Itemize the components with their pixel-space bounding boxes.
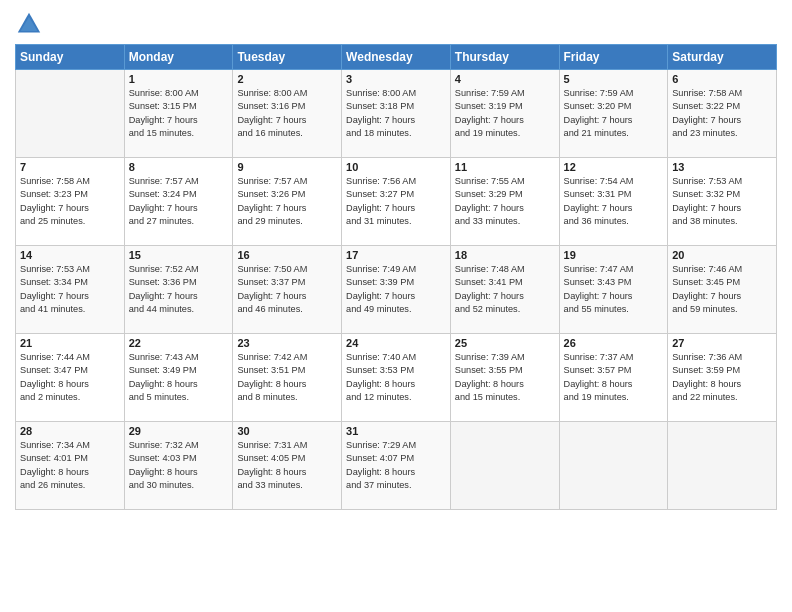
day-info: Sunrise: 7:53 AM Sunset: 3:32 PM Dayligh…	[672, 175, 772, 228]
day-info: Sunrise: 7:59 AM Sunset: 3:20 PM Dayligh…	[564, 87, 664, 140]
calendar-header-tuesday: Tuesday	[233, 45, 342, 70]
day-number: 12	[564, 161, 664, 173]
day-number: 4	[455, 73, 555, 85]
day-info: Sunrise: 7:57 AM Sunset: 3:26 PM Dayligh…	[237, 175, 337, 228]
calendar-cell: 28Sunrise: 7:34 AM Sunset: 4:01 PM Dayli…	[16, 422, 125, 510]
day-number: 13	[672, 161, 772, 173]
day-number: 30	[237, 425, 337, 437]
calendar-cell: 9Sunrise: 7:57 AM Sunset: 3:26 PM Daylig…	[233, 158, 342, 246]
day-number: 28	[20, 425, 120, 437]
day-number: 8	[129, 161, 229, 173]
calendar-cell: 15Sunrise: 7:52 AM Sunset: 3:36 PM Dayli…	[124, 246, 233, 334]
day-info: Sunrise: 7:55 AM Sunset: 3:29 PM Dayligh…	[455, 175, 555, 228]
day-number: 15	[129, 249, 229, 261]
calendar-cell: 10Sunrise: 7:56 AM Sunset: 3:27 PM Dayli…	[342, 158, 451, 246]
logo-icon	[15, 10, 43, 38]
day-number: 6	[672, 73, 772, 85]
calendar-cell: 19Sunrise: 7:47 AM Sunset: 3:43 PM Dayli…	[559, 246, 668, 334]
calendar-header-wednesday: Wednesday	[342, 45, 451, 70]
calendar-cell: 16Sunrise: 7:50 AM Sunset: 3:37 PM Dayli…	[233, 246, 342, 334]
calendar-cell: 31Sunrise: 7:29 AM Sunset: 4:07 PM Dayli…	[342, 422, 451, 510]
calendar-header-row: SundayMondayTuesdayWednesdayThursdayFrid…	[16, 45, 777, 70]
logo	[15, 10, 47, 38]
day-info: Sunrise: 7:48 AM Sunset: 3:41 PM Dayligh…	[455, 263, 555, 316]
calendar-week-1: 1Sunrise: 8:00 AM Sunset: 3:15 PM Daylig…	[16, 70, 777, 158]
day-number: 10	[346, 161, 446, 173]
calendar-header-saturday: Saturday	[668, 45, 777, 70]
day-number: 18	[455, 249, 555, 261]
calendar-cell: 5Sunrise: 7:59 AM Sunset: 3:20 PM Daylig…	[559, 70, 668, 158]
day-info: Sunrise: 7:49 AM Sunset: 3:39 PM Dayligh…	[346, 263, 446, 316]
calendar-cell: 11Sunrise: 7:55 AM Sunset: 3:29 PM Dayli…	[450, 158, 559, 246]
calendar-cell: 14Sunrise: 7:53 AM Sunset: 3:34 PM Dayli…	[16, 246, 125, 334]
calendar-cell: 22Sunrise: 7:43 AM Sunset: 3:49 PM Dayli…	[124, 334, 233, 422]
day-info: Sunrise: 7:39 AM Sunset: 3:55 PM Dayligh…	[455, 351, 555, 404]
day-info: Sunrise: 7:32 AM Sunset: 4:03 PM Dayligh…	[129, 439, 229, 492]
calendar-header-thursday: Thursday	[450, 45, 559, 70]
day-number: 3	[346, 73, 446, 85]
calendar-cell: 1Sunrise: 8:00 AM Sunset: 3:15 PM Daylig…	[124, 70, 233, 158]
calendar-week-3: 14Sunrise: 7:53 AM Sunset: 3:34 PM Dayli…	[16, 246, 777, 334]
calendar-header-monday: Monday	[124, 45, 233, 70]
day-info: Sunrise: 7:43 AM Sunset: 3:49 PM Dayligh…	[129, 351, 229, 404]
day-number: 1	[129, 73, 229, 85]
calendar-cell: 7Sunrise: 7:58 AM Sunset: 3:23 PM Daylig…	[16, 158, 125, 246]
calendar-week-2: 7Sunrise: 7:58 AM Sunset: 3:23 PM Daylig…	[16, 158, 777, 246]
calendar-cell: 3Sunrise: 8:00 AM Sunset: 3:18 PM Daylig…	[342, 70, 451, 158]
day-info: Sunrise: 7:52 AM Sunset: 3:36 PM Dayligh…	[129, 263, 229, 316]
calendar-cell	[16, 70, 125, 158]
day-number: 27	[672, 337, 772, 349]
calendar-cell: 23Sunrise: 7:42 AM Sunset: 3:51 PM Dayli…	[233, 334, 342, 422]
day-number: 24	[346, 337, 446, 349]
day-info: Sunrise: 7:46 AM Sunset: 3:45 PM Dayligh…	[672, 263, 772, 316]
day-info: Sunrise: 8:00 AM Sunset: 3:15 PM Dayligh…	[129, 87, 229, 140]
day-number: 20	[672, 249, 772, 261]
day-number: 7	[20, 161, 120, 173]
calendar-cell: 13Sunrise: 7:53 AM Sunset: 3:32 PM Dayli…	[668, 158, 777, 246]
day-info: Sunrise: 7:56 AM Sunset: 3:27 PM Dayligh…	[346, 175, 446, 228]
day-info: Sunrise: 7:29 AM Sunset: 4:07 PM Dayligh…	[346, 439, 446, 492]
day-number: 31	[346, 425, 446, 437]
calendar-header-friday: Friday	[559, 45, 668, 70]
day-info: Sunrise: 7:58 AM Sunset: 3:22 PM Dayligh…	[672, 87, 772, 140]
calendar-cell: 17Sunrise: 7:49 AM Sunset: 3:39 PM Dayli…	[342, 246, 451, 334]
calendar-cell: 18Sunrise: 7:48 AM Sunset: 3:41 PM Dayli…	[450, 246, 559, 334]
day-info: Sunrise: 7:57 AM Sunset: 3:24 PM Dayligh…	[129, 175, 229, 228]
calendar-cell: 29Sunrise: 7:32 AM Sunset: 4:03 PM Dayli…	[124, 422, 233, 510]
calendar-cell: 24Sunrise: 7:40 AM Sunset: 3:53 PM Dayli…	[342, 334, 451, 422]
day-info: Sunrise: 7:58 AM Sunset: 3:23 PM Dayligh…	[20, 175, 120, 228]
calendar-cell: 6Sunrise: 7:58 AM Sunset: 3:22 PM Daylig…	[668, 70, 777, 158]
calendar-cell: 20Sunrise: 7:46 AM Sunset: 3:45 PM Dayli…	[668, 246, 777, 334]
day-info: Sunrise: 7:53 AM Sunset: 3:34 PM Dayligh…	[20, 263, 120, 316]
page-container: SundayMondayTuesdayWednesdayThursdayFrid…	[0, 0, 792, 520]
day-info: Sunrise: 7:37 AM Sunset: 3:57 PM Dayligh…	[564, 351, 664, 404]
day-number: 9	[237, 161, 337, 173]
day-info: Sunrise: 7:50 AM Sunset: 3:37 PM Dayligh…	[237, 263, 337, 316]
day-number: 26	[564, 337, 664, 349]
calendar-cell: 26Sunrise: 7:37 AM Sunset: 3:57 PM Dayli…	[559, 334, 668, 422]
header-row	[15, 10, 777, 38]
day-info: Sunrise: 8:00 AM Sunset: 3:18 PM Dayligh…	[346, 87, 446, 140]
calendar-cell	[450, 422, 559, 510]
calendar-week-4: 21Sunrise: 7:44 AM Sunset: 3:47 PM Dayli…	[16, 334, 777, 422]
calendar-cell: 12Sunrise: 7:54 AM Sunset: 3:31 PM Dayli…	[559, 158, 668, 246]
day-number: 16	[237, 249, 337, 261]
calendar-header-sunday: Sunday	[16, 45, 125, 70]
calendar-cell: 21Sunrise: 7:44 AM Sunset: 3:47 PM Dayli…	[16, 334, 125, 422]
day-number: 21	[20, 337, 120, 349]
day-info: Sunrise: 7:47 AM Sunset: 3:43 PM Dayligh…	[564, 263, 664, 316]
day-info: Sunrise: 7:59 AM Sunset: 3:19 PM Dayligh…	[455, 87, 555, 140]
day-number: 29	[129, 425, 229, 437]
calendar-table: SundayMondayTuesdayWednesdayThursdayFrid…	[15, 44, 777, 510]
day-info: Sunrise: 7:34 AM Sunset: 4:01 PM Dayligh…	[20, 439, 120, 492]
calendar-cell	[668, 422, 777, 510]
day-info: Sunrise: 7:31 AM Sunset: 4:05 PM Dayligh…	[237, 439, 337, 492]
calendar-cell	[559, 422, 668, 510]
day-info: Sunrise: 7:42 AM Sunset: 3:51 PM Dayligh…	[237, 351, 337, 404]
day-info: Sunrise: 8:00 AM Sunset: 3:16 PM Dayligh…	[237, 87, 337, 140]
day-info: Sunrise: 7:44 AM Sunset: 3:47 PM Dayligh…	[20, 351, 120, 404]
day-info: Sunrise: 7:36 AM Sunset: 3:59 PM Dayligh…	[672, 351, 772, 404]
calendar-cell: 25Sunrise: 7:39 AM Sunset: 3:55 PM Dayli…	[450, 334, 559, 422]
calendar-cell: 30Sunrise: 7:31 AM Sunset: 4:05 PM Dayli…	[233, 422, 342, 510]
day-number: 17	[346, 249, 446, 261]
